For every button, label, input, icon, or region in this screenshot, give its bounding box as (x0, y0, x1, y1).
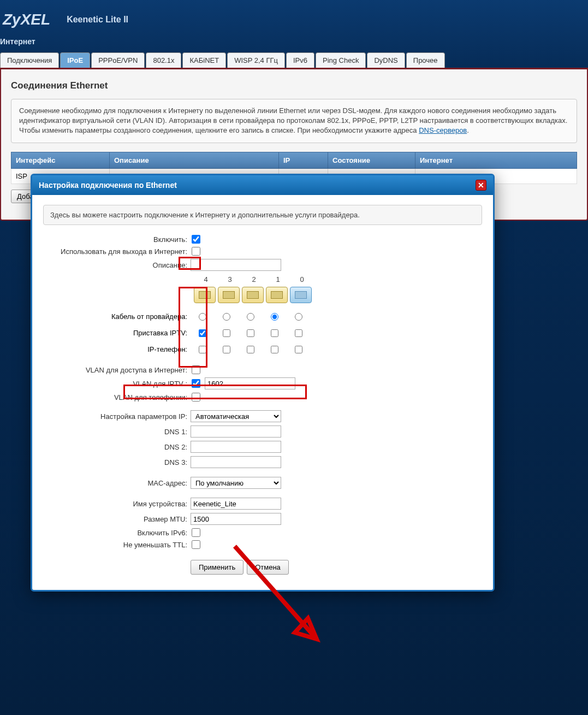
vlan-tel-checkbox[interactable] (192, 393, 200, 401)
label-vlan-tel: VLAN для телефонии: (43, 393, 191, 401)
mtu-input[interactable] (191, 513, 281, 525)
label-iptv-box: Приставка IPTV: (43, 325, 191, 341)
tab-other[interactable]: Прочее (406, 52, 445, 68)
dns-servers-link[interactable]: DNS-серверов (419, 126, 467, 134)
ttl-checkbox[interactable] (192, 540, 200, 549)
col-ip: IP (279, 152, 328, 168)
col-state: Состояние (328, 152, 415, 168)
label-vlan-internet: VLAN для доступа в Интернет: (43, 366, 191, 374)
device-name-input[interactable] (191, 498, 281, 510)
tabs: Подключения IPoE PPPoE/VPN 802.1x КАБiNE… (0, 52, 588, 68)
iptv-cb-1[interactable] (271, 329, 278, 337)
iptv-cb-3[interactable] (223, 329, 230, 337)
label-ipphone: IP-телефон: (43, 341, 191, 358)
vlan-iptv-checkbox[interactable] (192, 379, 200, 388)
ethernet-port-icon (266, 287, 288, 303)
label-dns3: DNS 3: (43, 458, 191, 466)
ipphone-cb-4[interactable] (199, 346, 206, 353)
vlan-internet-checkbox[interactable] (192, 365, 200, 374)
ip-params-select[interactable]: Автоматическая (191, 410, 281, 422)
cable-radio-1[interactable] (271, 313, 278, 321)
label-enable: Включить: (43, 235, 191, 244)
port-label-3: 3 (218, 275, 242, 283)
iptv-cb-0[interactable] (295, 329, 302, 337)
cancel-button[interactable]: Отмена (247, 560, 289, 575)
tab-8021x[interactable]: 802.1x (146, 52, 181, 68)
panel-info: Соединение необходимо для подключения к … (11, 99, 577, 143)
section-title: Интернет (0, 34, 588, 52)
modal-info: Здесь вы можете настроить подключение к … (43, 205, 482, 225)
port-label-0: 0 (290, 275, 314, 283)
label-ttl: Не уменьшать TTL: (43, 541, 191, 549)
col-interface: Интерфейс (11, 152, 110, 168)
col-description: Описание (110, 152, 279, 168)
panel-info-post: . (467, 126, 469, 134)
tab-dydns[interactable]: DyDNS (367, 52, 405, 68)
label-cable: Кабель от провайдера: (43, 309, 191, 325)
ethernet-settings-modal: Настройка подключения по Ethernet ✕ Здес… (31, 174, 495, 592)
port-labels: 4 3 2 1 0 (194, 275, 482, 283)
ipphone-cb-3[interactable] (223, 346, 230, 353)
col-internet: Интернет (415, 152, 577, 168)
iptv-cb-4[interactable] (199, 329, 206, 337)
dns2-input[interactable] (191, 441, 281, 453)
label-ipv6: Включить IPv6: (43, 529, 191, 537)
mac-select[interactable]: По умолчанию (191, 477, 281, 489)
tab-wisp[interactable]: WISP 2,4 ГГц (227, 52, 285, 68)
modal-title: Настройка подключения по Ethernet (39, 181, 177, 190)
dns3-input[interactable] (191, 456, 281, 468)
close-icon[interactable]: ✕ (476, 180, 486, 191)
ipphone-cb-2[interactable] (247, 346, 254, 353)
cable-radio-3[interactable] (223, 313, 230, 321)
label-mac: MAC-адрес: (43, 479, 191, 487)
ethernet-port-icon (218, 287, 240, 303)
ipphone-cb-1[interactable] (271, 346, 278, 353)
tab-ipv6[interactable]: IPv6 (286, 52, 314, 68)
product-name: Keenetic Lite II (67, 15, 128, 25)
port-label-2: 2 (242, 275, 266, 283)
panel-info-text: Соединение необходимо для подключения к … (19, 107, 567, 134)
vlan-iptv-input[interactable] (205, 377, 295, 389)
label-ip-params: Настройка параметров IP: (43, 412, 191, 421)
label-vlan-iptv: VLAN для IPTV : (43, 380, 191, 388)
tab-connections[interactable]: Подключения (0, 52, 59, 68)
ethernet-port-icon (194, 287, 216, 303)
enable-checkbox[interactable] (192, 235, 200, 244)
cable-radio-0[interactable] (295, 313, 302, 321)
description-input[interactable] (191, 259, 281, 271)
ethernet-port-icon (290, 287, 312, 303)
label-use-internet: Использовать для выхода в Интернет: (43, 247, 191, 256)
tab-kabinet[interactable]: КАБiNET (182, 52, 226, 68)
panel-title: Соединения Ethernet (11, 80, 577, 91)
brand-logo: ZyXEL (0, 11, 50, 28)
use-internet-checkbox[interactable] (192, 247, 200, 256)
cable-radio-2[interactable] (247, 313, 254, 321)
port-icons (194, 287, 482, 303)
label-dns1: DNS 1: (43, 428, 191, 436)
tab-ipoe[interactable]: IPoE (60, 52, 90, 68)
port-label-1: 1 (266, 275, 290, 283)
ipphone-cb-0[interactable] (295, 346, 302, 353)
port-label-4: 4 (194, 275, 218, 283)
svg-marker-0 (295, 618, 317, 639)
label-device-name: Имя устройства: (43, 500, 191, 508)
iptv-cb-2[interactable] (247, 329, 254, 337)
label-mtu: Размер MTU: (43, 515, 191, 523)
ipv6-checkbox[interactable] (192, 528, 200, 537)
tab-pppoe[interactable]: PPPoE/VPN (91, 52, 145, 68)
dns1-input[interactable] (191, 426, 281, 438)
label-description: Описание: (43, 261, 191, 269)
label-dns2: DNS 2: (43, 443, 191, 451)
cable-radio-4[interactable] (199, 313, 206, 321)
ethernet-port-icon (242, 287, 264, 303)
apply-button[interactable]: Применить (191, 560, 243, 575)
tab-pingcheck[interactable]: Ping Check (316, 52, 366, 68)
